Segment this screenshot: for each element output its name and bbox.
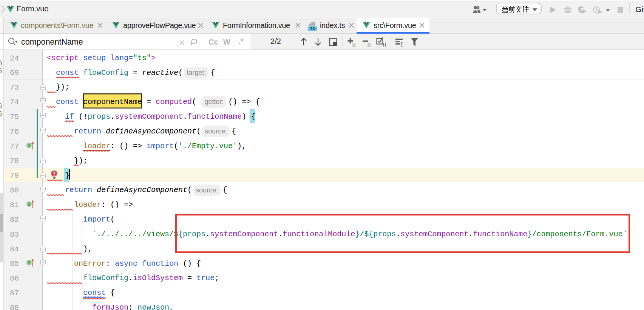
svg-text:TS: TS xyxy=(310,26,315,31)
svg-text:II: II xyxy=(352,42,356,48)
svg-text:I: I xyxy=(401,41,403,48)
svg-text:II: II xyxy=(367,42,371,48)
svg-text:II: II xyxy=(383,42,386,48)
svg-text:I: I xyxy=(28,260,30,265)
svg-text:I: I xyxy=(28,202,30,207)
svg-text:I: I xyxy=(28,143,30,148)
